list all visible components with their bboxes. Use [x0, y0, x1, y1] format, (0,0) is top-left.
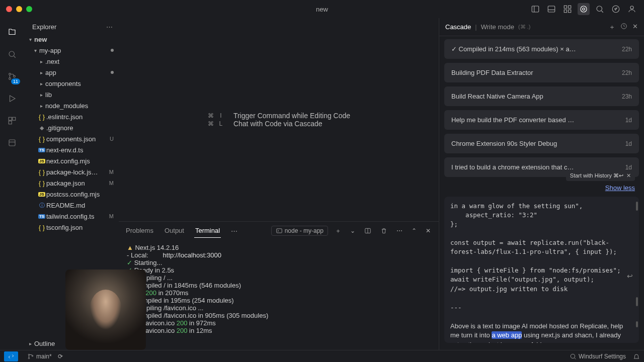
account-icon[interactable] [626, 3, 638, 15]
file-icon: { } [37, 168, 46, 176]
kill-terminal-icon[interactable] [378, 226, 389, 235]
split-terminal-icon[interactable] [362, 226, 373, 235]
tree-folder[interactable]: ▾my-app [24, 45, 119, 56]
status-bar: main* ⟳ Windsurf Settings [0, 350, 644, 362]
search-icon[interactable] [594, 3, 606, 15]
history-item[interactable]: Building PDF Data Extractor22h [444, 63, 639, 82]
svg-point-19 [14, 75, 16, 77]
history-list: ✓ Compiled in 214ms (563 modules) × a…22… [439, 36, 644, 177]
svg-rect-5 [569, 6, 571, 8]
scm-badge: 11 [11, 78, 20, 84]
maximize-window[interactable] [26, 6, 32, 12]
close-hint-icon[interactable]: ✕ [626, 172, 631, 179]
history-icon[interactable] [620, 23, 627, 32]
svg-point-34 [571, 354, 575, 358]
file-status-badge: M [109, 213, 117, 219]
window-title: new [316, 6, 328, 13]
tree-folder[interactable]: ▸lib [24, 89, 119, 100]
tree-file[interactable]: ◆.gitignore [24, 122, 119, 133]
scm-activity[interactable]: 11 [2, 66, 22, 86]
file-icon: TS [37, 214, 46, 219]
tree-root[interactable]: ▾ new [24, 34, 119, 45]
git-branch[interactable]: main* [27, 353, 52, 360]
explorer-activity[interactable] [2, 22, 22, 42]
terminal-process-selector[interactable]: node - my-app [271, 226, 328, 236]
svg-point-14 [630, 6, 633, 9]
file-icon: JS [37, 192, 46, 197]
panel-tab-output[interactable]: Output [164, 224, 185, 238]
other-activity[interactable] [2, 133, 22, 153]
editor-area: ⌘ITrigger Command while Editing Code⌘LCh… [119, 18, 439, 362]
file-status-badge: U [110, 136, 117, 142]
panel-tab-problems[interactable]: Problems [125, 224, 154, 238]
panel-more[interactable]: ⋯ [230, 224, 238, 238]
tree-file[interactable]: JSnext.config.mjs [24, 155, 119, 166]
tree-file[interactable]: ⓘREADME.md [24, 200, 119, 211]
tree-file[interactable]: TStailwind.config.tsM [24, 211, 119, 222]
compass-icon[interactable] [610, 3, 622, 15]
file-icon: { } [37, 135, 46, 143]
panel-toggle-icon[interactable] [545, 3, 557, 15]
grid-icon[interactable] [561, 3, 574, 15]
new-terminal-icon[interactable]: ＋ [333, 226, 343, 236]
chevron-icon: ▸ [37, 92, 45, 98]
panel-maximize-icon[interactable]: ⌃ [410, 226, 419, 235]
terminal-output[interactable]: ▲ Next.js 14.2.16- Local: http://localho… [119, 240, 439, 362]
svg-rect-0 [532, 6, 539, 12]
tree-file[interactable]: TSnext-env.d.ts [24, 144, 119, 155]
tree-folder[interactable]: ▸.next [24, 56, 119, 67]
chat-input[interactable]: in a warm glow of the setting sun", aspe… [444, 197, 639, 343]
bottom-panel: ProblemsOutputTerminal ⋯ node - my-app ＋… [119, 221, 439, 362]
panel-tab-terminal[interactable]: Terminal [194, 224, 221, 238]
search-activity[interactable] [2, 44, 22, 64]
editor-shortcut-hint: ⌘ITrigger Command while Editing Code [207, 112, 350, 120]
layout-toggle-icon[interactable] [529, 3, 541, 15]
close-window[interactable] [6, 6, 12, 12]
extensions-activity[interactable] [2, 111, 22, 131]
submit-icon[interactable]: ↩ [627, 272, 633, 280]
cascade-panel: Cascade | Write mode (⌘ .) ＋ ✕ ✓ Compile… [439, 18, 644, 362]
tree-file[interactable]: { }package.jsonM [24, 177, 119, 189]
svg-point-17 [9, 73, 11, 75]
tree-file[interactable]: { }.eslintrc.json [24, 111, 119, 122]
tree-folder[interactable]: ▸node_modules [24, 100, 119, 111]
minimize-window[interactable] [16, 6, 22, 12]
new-chat-icon[interactable]: ＋ [609, 23, 615, 32]
file-icon: { } [37, 224, 46, 231]
ai-toggle-icon[interactable] [578, 3, 590, 15]
tree-folder[interactable]: ▸app [24, 67, 119, 78]
activity-bar: 11 [0, 18, 24, 362]
svg-line-16 [14, 56, 15, 57]
svg-point-32 [28, 357, 29, 358]
terminal-dropdown-icon[interactable]: ⌄ [348, 226, 357, 235]
chevron-icon: ▸ [37, 103, 45, 109]
tree-file[interactable]: { }package-lock.js…M [24, 166, 119, 177]
file-icon: ◆ [37, 125, 46, 131]
history-item[interactable]: ✓ Compiled in 214ms (563 modules) × a…22… [444, 39, 639, 59]
file-icon: { } [37, 113, 46, 121]
history-item[interactable]: Help me build the PDF converter based …1… [444, 110, 639, 130]
tree-file[interactable]: { }tsconfig.json [24, 222, 119, 233]
windsurf-settings[interactable]: Windsurf Settings [570, 353, 626, 360]
history-item[interactable]: Chrome Extension 90s Styler Debug1d [444, 134, 639, 153]
chevron-icon: ▸ [37, 59, 45, 64]
editor-shortcut-hint: ⌘LChat with Code via Cascade [207, 120, 350, 128]
svg-marker-20 [10, 96, 16, 102]
panel-more-icon[interactable]: ⋯ [394, 226, 405, 235]
svg-point-31 [28, 354, 29, 355]
svg-point-15 [9, 51, 15, 57]
cascade-mode[interactable]: Write mode [481, 23, 514, 31]
sync-button[interactable]: ⟳ [58, 353, 63, 360]
modified-dot-icon [111, 71, 114, 74]
close-panel-icon[interactable]: ✕ [632, 23, 638, 32]
tree-folder[interactable]: ▸components [24, 78, 119, 89]
sidebar-more-icon[interactable]: ⋯ [106, 23, 113, 31]
debug-activity[interactable] [2, 88, 22, 109]
notifications-icon[interactable] [633, 353, 640, 360]
history-item[interactable]: Build React Native Camera App23h [444, 86, 639, 106]
remote-button[interactable] [4, 351, 18, 361]
file-status-badge: M [109, 169, 117, 175]
tree-file[interactable]: JSpostcss.config.mjs [24, 189, 119, 200]
panel-close-icon[interactable]: ✕ [424, 226, 433, 235]
tree-file[interactable]: { }components.jsonU [24, 133, 119, 144]
